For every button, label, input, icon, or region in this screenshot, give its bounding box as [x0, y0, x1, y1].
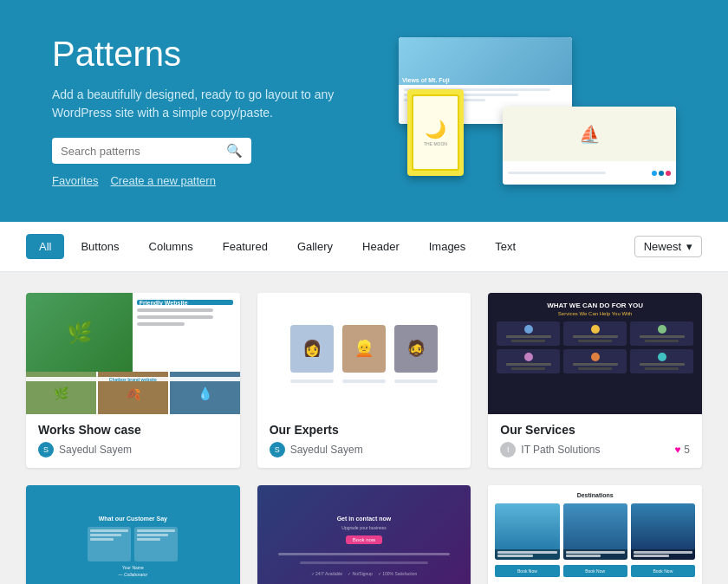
- pattern-preview-our-services: WHAT WE CAN DO FOR YOU Services We Can H…: [488, 293, 702, 414]
- pattern-card-hero-cta[interactable]: Get in contact now Upgrade your business…: [257, 485, 471, 584]
- tab-buttons[interactable]: Buttons: [68, 234, 132, 259]
- author-avatar: I: [500, 442, 516, 457]
- pattern-title: Our Experts: [270, 423, 459, 437]
- main-content: Friendly Website 🌿 🍂 💧 Chatbox brand web…: [0, 272, 728, 584]
- tab-featured[interactable]: Featured: [210, 234, 281, 259]
- filter-bar: All Buttons Columns Featured Gallery Hea…: [0, 222, 728, 272]
- hero-left: Patterns Add a beautifully designed, rea…: [52, 35, 381, 187]
- filter-tabs: All Buttons Columns Featured Gallery Hea…: [26, 234, 529, 259]
- search-box[interactable]: 🔍: [52, 138, 251, 164]
- pattern-meta: I IT Path Solutions ♥ 5: [500, 442, 690, 457]
- sort-dropdown[interactable]: Newest ▾: [634, 236, 702, 257]
- pattern-info-our-experts: Our Experts S Sayedul Sayem: [257, 414, 471, 468]
- pattern-title: Works Show case: [38, 423, 228, 437]
- hero-images: Views of Mt. Fuji ⛵: [381, 37, 676, 185]
- heart-icon: ♥: [674, 444, 680, 456]
- chevron-down-icon: ▾: [686, 240, 692, 253]
- pattern-author: I IT Path Solutions: [500, 442, 600, 457]
- favorites-link[interactable]: Favorites: [52, 174, 98, 187]
- create-pattern-link[interactable]: Create a new pattern: [110, 174, 215, 187]
- pattern-preview-testimonials: What our Customer Say Your: [26, 485, 240, 584]
- search-button[interactable]: 🔍: [226, 143, 243, 159]
- author-avatar: S: [38, 442, 54, 457]
- hero-section: Patterns Add a beautifully designed, rea…: [0, 0, 728, 222]
- pattern-author: S Sayedul Sayem: [270, 442, 459, 457]
- tab-columns[interactable]: Columns: [136, 234, 206, 259]
- pattern-info-works-showcase: Works Show case S Sayedul Sayem: [26, 414, 240, 468]
- pattern-info-our-services: Our Services I IT Path Solutions ♥ 5: [488, 414, 702, 468]
- like-count: ♥ 5: [674, 444, 690, 456]
- tab-header[interactable]: Header: [349, 234, 413, 259]
- pattern-card-our-experts[interactable]: 👩 👱 🧔 Our Experts S Sayedul Sayem: [257, 293, 471, 468]
- pattern-card-testimonials[interactable]: What our Customer Say Your: [26, 485, 240, 584]
- tab-gallery[interactable]: Gallery: [284, 234, 346, 259]
- hero-card-2: ⛵: [503, 107, 676, 185]
- pattern-preview-our-experts: 👩 👱 🧔: [257, 293, 471, 414]
- pattern-preview-works-showcase: Friendly Website 🌿 🍂 💧 Chatbox brand web…: [26, 293, 240, 414]
- sort-label: Newest: [644, 240, 681, 253]
- tab-text[interactable]: Text: [482, 234, 529, 259]
- patterns-grid: Friendly Website 🌿 🍂 💧 Chatbox brand web…: [26, 293, 702, 584]
- pattern-preview-hero-cta: Get in contact now Upgrade your business…: [257, 485, 471, 584]
- pattern-card-works-showcase[interactable]: Friendly Website 🌿 🍂 💧 Chatbox brand web…: [26, 293, 240, 468]
- pattern-author: S Sayedul Sayem: [38, 442, 228, 457]
- tab-all[interactable]: All: [26, 234, 64, 259]
- hero-title: Patterns: [52, 35, 381, 74]
- tab-images[interactable]: Images: [416, 234, 479, 259]
- author-avatar: S: [270, 442, 285, 457]
- hero-links: Favorites Create a new pattern: [52, 174, 381, 187]
- hero-card-3: 🌙 THE MOON: [407, 89, 464, 176]
- pattern-card-our-services[interactable]: WHAT WE CAN DO FOR YOU Services We Can H…: [488, 293, 702, 468]
- pattern-title: Our Services: [500, 423, 690, 437]
- pattern-preview-destinations: Destinations: [488, 485, 702, 584]
- hero-description: Add a beautifully designed, ready to go …: [52, 86, 381, 122]
- pattern-card-destinations[interactable]: Destinations: [488, 485, 702, 584]
- search-input[interactable]: [61, 145, 226, 158]
